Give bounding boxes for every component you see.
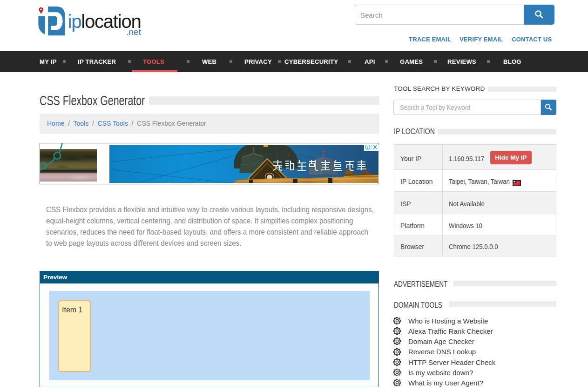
svg-text:.net: .net: [126, 27, 141, 37]
